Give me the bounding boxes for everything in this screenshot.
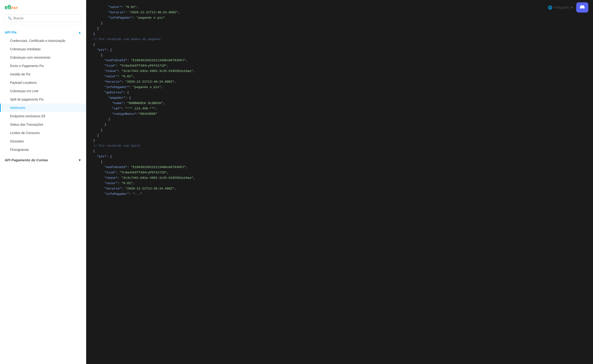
search-box[interactable]: 🔍 [5, 14, 81, 22]
sidebar-item-label: Cobranças imediatas [10, 47, 41, 51]
discord-button[interactable] [576, 2, 588, 13]
sidebar-item-payload-locations[interactable]: Payload Locations [0, 78, 86, 87]
search-icon: 🔍 [8, 16, 12, 20]
sidebar-item-cobranças-vencimento[interactable]: Cobranças com vencimento [0, 53, 86, 62]
api-pix-section: API Pix ▲ Credenciais, Certificado e Aut… [0, 28, 86, 156]
sidebar-item-label: Fluxogramas [10, 148, 29, 151]
logo: efi PAY [5, 4, 81, 11]
sidebar-header: efi PAY 🔍 [0, 0, 86, 25]
code-line: ] [93, 26, 586, 32]
sidebar-item-webhooks[interactable]: Webhooks [0, 104, 86, 112]
sidebar-item-label: Cobranças com vencimento [10, 56, 51, 59]
sidebar-item-label: Envio e Pagamento Pix [10, 64, 44, 68]
code-line: "txid": "fc9a43k6ff384ryP5f41719", [93, 63, 586, 69]
code-line: "endToEndId": "E18036150222113400s08793X… [93, 165, 586, 170]
code-line: "cpf": "***.123.456-**", [93, 106, 586, 111]
sidebar-item-label: Status das Transações [10, 123, 43, 126]
api-pagamento-section-header[interactable]: API Pagamento de Contas ▼ [0, 156, 86, 164]
code-line: "infoPagador": "pagando o pix" [93, 15, 586, 21]
sidebar-item-label: Webhooks [10, 106, 25, 110]
api-pix-section-header[interactable]: API Pix ▲ [0, 28, 86, 37]
sidebar-item-glossario[interactable]: Glossário [0, 137, 86, 145]
chevron-up-icon: ▲ [78, 31, 81, 34]
sidebar-item-status-transacoes[interactable]: Status das Transações [0, 120, 86, 129]
code-line: "valor": "0.01", [93, 74, 586, 79]
topbar: 🌐 Português ▼ [543, 0, 593, 15]
code-line: "txid": "fc9a43k6ff384ryP5f41719", [93, 170, 586, 176]
code-line: { [93, 52, 586, 58]
sidebar-item-credenciais[interactable]: Credenciais, Certificado e Autorização [0, 37, 86, 45]
sidebar: efi PAY 🔍 API Pix ▲ Credenciais, Certifi… [0, 0, 86, 364]
code-line: "infoPagador": "..." [93, 192, 586, 197]
api-pagamento-title: API Pagamento de Contas [5, 158, 48, 162]
code-line: "horario": "2020-12-21T13:40:34.000Z", [93, 79, 586, 85]
code-block: "valor": "0.01", "horario": "2020-12-21T… [86, 0, 593, 364]
chevron-down-icon: ▼ [570, 6, 573, 9]
chevron-down-icon: ▼ [78, 158, 81, 162]
sidebar-item-gestao-pix[interactable]: Gestão de Pix [0, 70, 86, 78]
code-line: "chave": "2c3c7441-b91e-4982-3c25-610558… [93, 176, 586, 181]
translate-icon: 🌐 [548, 5, 553, 10]
language-label: Português [554, 6, 569, 9]
code-line: "endToEndId": "E18036150222113400s08793X… [93, 58, 586, 63]
sidebar-item-cobranças-imediatas[interactable]: Cobranças imediatas [0, 45, 86, 53]
sidebar-item-endpoints-exclusivos[interactable]: Endpoints exclusivos Efi [0, 112, 86, 120]
code-line: "pix": [ [93, 47, 586, 53]
code-line: ] [93, 133, 586, 138]
logo-pay: PAY [11, 6, 18, 10]
sidebar-item-label: Glossário [10, 139, 24, 143]
code-line: "valor": "0.01", [93, 5, 586, 10]
code-line: } [93, 21, 586, 26]
sidebar-item-label: Payload Locations [10, 81, 37, 84]
sidebar-item-envio-pagamento[interactable]: Envio e Pagamento Pix [0, 62, 86, 70]
sidebar-item-label: Endpoints exclusivos Efi [10, 114, 45, 118]
sidebar-item-cobranças-lote[interactable]: Cobranças em Lote [0, 87, 86, 95]
api-pix-title: API Pix [5, 30, 17, 34]
sidebar-item-fluxogramas[interactable]: Fluxogramas [0, 145, 86, 154]
code-line: { [93, 159, 586, 165]
sidebar-nav: API Pix ▲ Credenciais, Certificado e Aut… [0, 25, 86, 364]
code-line: } [93, 32, 586, 37]
discord-icon [580, 5, 585, 10]
code-line: "codigoBanco":"00416968" [93, 111, 586, 117]
language-button[interactable]: 🌐 Português ▼ [548, 5, 573, 10]
sidebar-item-label: Limites de Consumo [10, 131, 40, 135]
sidebar-item-label: Cobranças em Lote [10, 89, 39, 93]
code-line: } [93, 122, 586, 128]
search-input[interactable] [13, 16, 78, 20]
sidebar-item-label: Gestão de Pix [10, 72, 31, 76]
code-line: } [93, 138, 586, 143]
code-line: "chave": "2c3c7441-b91e-4982-3c25-610558… [93, 69, 586, 74]
code-line: { [93, 42, 586, 47]
code-line: { [93, 149, 586, 154]
code-line: "nome": "GORBADOCK OLDBUCK", [93, 101, 586, 106]
code-comment-2: // Pix recebido com Split [93, 143, 586, 149]
code-line: "valor": "0.01", [93, 181, 586, 186]
sidebar-item-label: Split de pagamento Pix [10, 98, 44, 101]
code-line: } [93, 117, 586, 122]
code-comment-1: // Pix recebido com dados do pagador [93, 37, 586, 42]
code-line: "gnExtras": { [93, 90, 586, 95]
code-line: "pagador": { [93, 95, 586, 101]
code-line: "infoPagador": "pagando o pix", [93, 85, 586, 90]
sidebar-item-label: Credenciais, Certificado e Autorização [10, 39, 65, 43]
sidebar-item-split-pagamento[interactable]: Split de pagamento Pix [0, 95, 86, 104]
main-content: "valor": "0.01", "horario": "2020-12-21T… [86, 0, 593, 364]
sidebar-item-limites-consumo[interactable]: Limites de Consumo [0, 129, 86, 137]
api-pagamento-section: API Pagamento de Contas ▼ [0, 156, 86, 166]
code-line: } [93, 128, 586, 133]
code-line: "horario": "2020-12-21T13:40:34.000Z", [93, 186, 586, 192]
logo-text: efi [5, 4, 11, 11]
code-line: "horario": "2020-12-21T13:40:34.000Z", [93, 10, 586, 15]
code-line: "pix": [ [93, 154, 586, 159]
